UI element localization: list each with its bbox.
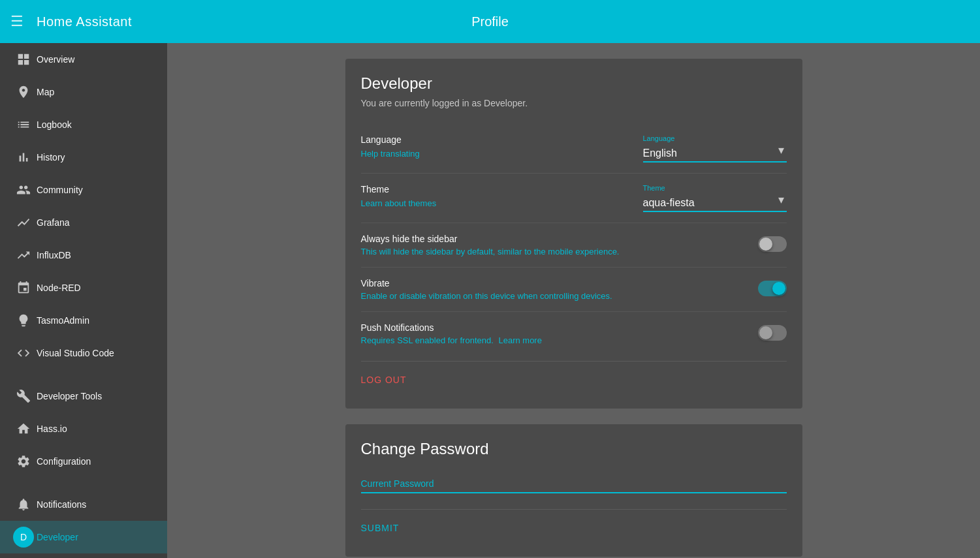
language-select-wrapper: Language English French German Spanish ▾ [643, 134, 787, 163]
sidebar-label-logbook: Logbook [37, 119, 72, 130]
language-title: Language [361, 134, 643, 145]
learn-about-themes-link[interactable]: Learn about themes [361, 198, 437, 208]
theme-row: Theme Learn about themes Theme aqua-fies… [361, 174, 787, 223]
developer-avatar: D [13, 527, 34, 548]
sidebar: Overview Map Logbook History Community [0, 43, 167, 558]
theme-select-wrapper: Theme aqua-fiesta default dark ▾ [643, 184, 787, 212]
vibrate-toggle[interactable] [758, 281, 787, 296]
theme-select[interactable]: aqua-fiesta default dark [643, 194, 787, 212]
current-password-input[interactable] [361, 475, 787, 493]
push-notifications-label-group: Push Notifications Requires SSL enabled … [361, 322, 643, 345]
influxdb-icon [10, 248, 37, 262]
node-red-icon [10, 281, 37, 295]
menu-icon[interactable]: ☰ [10, 13, 24, 30]
push-notifications-desc: Requires SSL enabled for frontend. Learn… [361, 335, 643, 345]
app-header: ☰ Home Assistant Profile [0, 0, 980, 43]
push-notifications-toggle-wrapper [643, 322, 787, 341]
push-notifications-row: Push Notifications Requires SSL enabled … [361, 312, 787, 356]
sidebar-item-community[interactable]: Community [0, 174, 167, 206]
map-icon [10, 85, 37, 99]
hass-io-icon [10, 422, 37, 436]
page-title: Profile [471, 14, 509, 29]
logout-button[interactable]: LOG OUT [361, 367, 407, 393]
grid-icon [10, 52, 37, 67]
sidebar-item-influxdb[interactable]: InfluxDB [0, 239, 167, 271]
hide-sidebar-title: Always hide the sidebar [361, 234, 643, 244]
hide-sidebar-row: Always hide the sidebar This will hide t… [361, 223, 787, 268]
vscode-icon [10, 346, 37, 360]
sidebar-label-configuration: Configuration [37, 456, 91, 467]
sidebar-item-configuration[interactable]: Configuration [0, 445, 167, 478]
sidebar-item-node-red[interactable]: Node-RED [0, 271, 167, 304]
submit-button[interactable]: SUBMIT [361, 515, 400, 541]
sidebar-item-notifications[interactable]: Notifications [0, 488, 167, 521]
gear-icon [10, 454, 37, 469]
developer-card-subtitle: You are currently logged in as Developer… [361, 98, 787, 108]
bulb-icon [10, 313, 37, 328]
language-control: Language English French German Spanish ▾ [643, 134, 787, 163]
sidebar-label-hass-io: Hass.io [37, 424, 67, 434]
sidebar-item-grafana[interactable]: Grafana [0, 206, 167, 239]
push-notifications-learn-more[interactable]: Learn more [498, 335, 541, 345]
sidebar-label-node-red: Node-RED [37, 283, 81, 293]
developer-avatar-icon: D [10, 527, 37, 548]
theme-title: Theme [361, 184, 643, 194]
sidebar-item-developer-tools[interactable]: Developer Tools [0, 380, 167, 412]
sidebar-item-vscode[interactable]: Visual Studio Code [0, 337, 167, 369]
language-select-label: Language [643, 134, 787, 142]
sidebar-label-notifications: Notifications [37, 499, 86, 510]
sidebar-label-developer-tools: Developer Tools [37, 391, 102, 401]
help-translating-link[interactable]: Help translating [361, 149, 420, 159]
hide-sidebar-toggle-container [643, 234, 787, 252]
history-icon [10, 150, 37, 164]
hide-sidebar-label-group: Always hide the sidebar This will hide t… [361, 234, 643, 256]
logbook-icon [10, 117, 37, 132]
theme-control: Theme aqua-fiesta default dark ▾ [643, 184, 787, 212]
sidebar-label-vscode: Visual Studio Code [37, 348, 114, 358]
sidebar-item-overview[interactable]: Overview [0, 43, 167, 76]
change-password-title: Change Password [361, 440, 787, 458]
theme-label-group: Theme Learn about themes [361, 184, 643, 209]
vibrate-desc: Enable or disable vibration on this devi… [361, 291, 643, 301]
sidebar-item-tasmoadmin[interactable]: TasmoAdmin [0, 304, 167, 337]
community-icon [10, 183, 37, 197]
bell-icon [10, 497, 37, 512]
sidebar-item-hass-io[interactable]: Hass.io [0, 412, 167, 445]
sidebar-label-map: Map [37, 87, 54, 97]
language-select[interactable]: English French German Spanish [643, 145, 787, 163]
change-password-card: Change Password SUBMIT [345, 424, 802, 557]
developer-card: Developer You are currently logged in as… [345, 59, 802, 409]
hide-sidebar-desc: This will hide the sidebar by default, s… [361, 247, 643, 256]
vibrate-row: Vibrate Enable or disable vibration on t… [361, 268, 787, 312]
sidebar-item-logbook[interactable]: Logbook [0, 108, 167, 141]
push-notifications-title: Push Notifications [361, 322, 643, 333]
app-title: Home Assistant [37, 14, 132, 29]
sidebar-label-grafana: Grafana [37, 217, 70, 228]
hide-sidebar-toggle[interactable] [758, 236, 787, 252]
grafana-icon [10, 215, 37, 230]
push-notifications-toggle[interactable] [758, 325, 787, 341]
sidebar-label-community: Community [37, 185, 83, 195]
sidebar-label-developer: Developer [37, 532, 78, 542]
sidebar-item-history[interactable]: History [0, 141, 167, 174]
app-body: Overview Map Logbook History Community [0, 43, 980, 558]
theme-select-label: Theme [643, 184, 787, 192]
vibrate-toggle-wrapper [643, 278, 787, 296]
vibrate-label-group: Vibrate Enable or disable vibration on t… [361, 278, 643, 301]
sidebar-label-overview: Overview [37, 54, 74, 65]
push-notifications-toggle-container [643, 322, 787, 341]
hide-sidebar-thumb [759, 238, 772, 251]
vibrate-thumb [772, 282, 785, 295]
hide-sidebar-toggle-wrapper [643, 234, 787, 252]
wrench-icon [10, 389, 37, 403]
sidebar-label-tasmoadmin: TasmoAdmin [37, 315, 89, 326]
vibrate-toggle-container [643, 278, 787, 296]
sidebar-item-developer[interactable]: D Developer [0, 521, 167, 553]
main-content: Developer You are currently logged in as… [167, 43, 980, 558]
push-notifications-desc-text: Requires SSL enabled for frontend. [361, 335, 494, 345]
developer-card-title: Developer [361, 74, 787, 93]
sidebar-item-map[interactable]: Map [0, 76, 167, 108]
language-label-group: Language Help translating [361, 134, 643, 159]
sidebar-label-history: History [37, 152, 65, 163]
language-row: Language Help translating Language Engli… [361, 124, 787, 174]
